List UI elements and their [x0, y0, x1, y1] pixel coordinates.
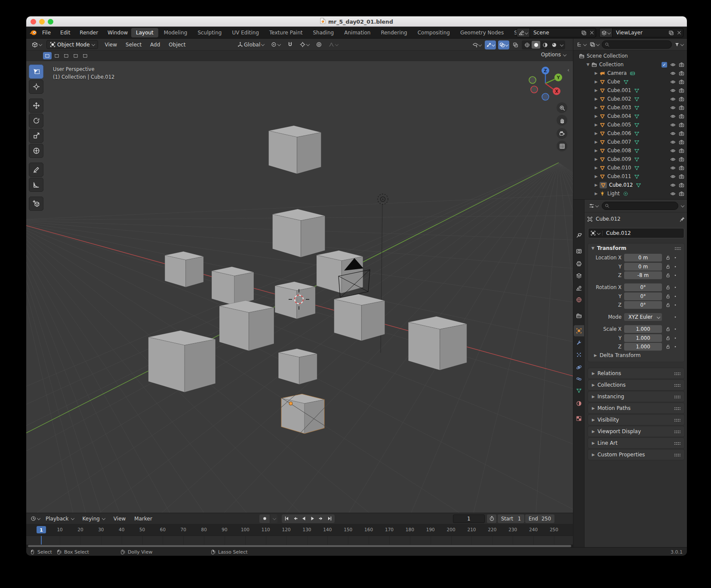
editor-type-button[interactable]: [30, 42, 44, 48]
select-mode-intersect-button[interactable]: [81, 52, 89, 59]
outliner-item-label[interactable]: Cube.011: [607, 173, 631, 179]
disable-render-icon[interactable]: [679, 157, 684, 162]
workspace-tab-sculpting[interactable]: Sculpting: [193, 28, 226, 37]
cursor-tool-button[interactable]: [29, 80, 43, 94]
outliner-row-cube-011[interactable]: ▶Cube.011: [573, 172, 687, 181]
workspace-tab-rendering[interactable]: Rendering: [376, 28, 412, 37]
properties-tab-physics[interactable]: [574, 362, 584, 373]
panel-visibility[interactable]: ▶Visibility: [588, 415, 684, 425]
viewlayer-browse-button[interactable]: [600, 28, 613, 37]
properties-tab-world[interactable]: [574, 294, 584, 305]
outliner-filter-button[interactable]: [674, 42, 684, 47]
lock-open-icon[interactable]: [664, 294, 672, 299]
lock-open-icon[interactable]: [664, 255, 672, 260]
viewport-menu-object[interactable]: Object: [164, 42, 190, 48]
unlink-scene-icon[interactable]: [588, 30, 596, 35]
animate-property-dot[interactable]: [672, 265, 678, 269]
properties-filter-dropdown[interactable]: [681, 204, 684, 207]
disable-render-icon[interactable]: [679, 71, 684, 76]
disable-render-icon[interactable]: [679, 174, 684, 179]
workspace-tab-animation[interactable]: Animation: [339, 28, 375, 37]
topbar-menu-edit[interactable]: Edit: [55, 30, 75, 36]
topbar-menu-file[interactable]: File: [37, 30, 55, 36]
properties-tab-constraints[interactable]: [574, 373, 584, 385]
animate-property-dot[interactable]: [672, 273, 678, 277]
outliner-row-cube-012[interactable]: ▶Cube.012: [573, 181, 687, 189]
hide-eye-icon[interactable]: [670, 114, 676, 119]
frame-start-field[interactable]: Start1: [498, 514, 524, 523]
hide-eye-icon[interactable]: [670, 62, 676, 68]
scene-name[interactable]: Scene: [530, 30, 580, 36]
panel-drag-handle[interactable]: [674, 247, 681, 250]
expand-icon[interactable]: ▶: [594, 148, 598, 153]
disable-render-icon[interactable]: [679, 131, 684, 136]
lock-open-icon[interactable]: [664, 273, 672, 278]
workspace-tab-modeling[interactable]: Modeling: [159, 28, 192, 37]
value-field[interactable]: 0 m: [624, 254, 662, 262]
animate-property-dot[interactable]: [672, 315, 678, 319]
show-visibility-dropdown[interactable]: [471, 40, 483, 49]
viewport-3d[interactable]: User Perspective (1) Collection | Cube.0…: [26, 39, 573, 513]
scene-canvas[interactable]: [26, 39, 573, 513]
lock-open-icon[interactable]: [664, 326, 672, 332]
animate-property-dot[interactable]: [672, 294, 678, 299]
workspace-tab-texture-paint[interactable]: Texture Paint: [265, 28, 307, 37]
expand-icon[interactable]: ▶: [594, 174, 598, 179]
expand-icon[interactable]: ▶: [594, 105, 598, 110]
disable-render-icon[interactable]: [679, 62, 684, 68]
outliner-search-input[interactable]: [602, 40, 672, 49]
panel-drag-handle[interactable]: [674, 442, 680, 445]
play-reverse-button[interactable]: [300, 515, 308, 522]
topbar-menu-render[interactable]: Render: [75, 30, 103, 36]
outliner-item-label[interactable]: Cube.003: [607, 105, 631, 111]
timeline-menu-playback[interactable]: Playback: [41, 516, 78, 522]
panel-drag-handle[interactable]: [674, 384, 680, 387]
annotate-tool-button[interactable]: [29, 163, 43, 177]
timeline-menu-keying[interactable]: Keying: [78, 516, 109, 522]
properties-tab-texture[interactable]: [574, 413, 584, 424]
select-box-tool-button[interactable]: [29, 65, 43, 79]
animate-property-dot[interactable]: [672, 345, 678, 349]
hide-eye-icon[interactable]: [670, 96, 676, 102]
delta-transform-panel[interactable]: ▶Delta Transform: [588, 351, 684, 359]
scene-selector[interactable]: Scene: [517, 28, 596, 37]
gizmos-toggle[interactable]: [485, 40, 496, 49]
animate-property-dot[interactable]: [672, 256, 678, 260]
expand-icon[interactable]: ▶: [594, 183, 598, 187]
hide-eye-icon[interactable]: [670, 105, 676, 111]
outliner-item-label[interactable]: Cube.009: [607, 156, 631, 162]
pivot-dropdown[interactable]: [269, 42, 283, 47]
measure-tool-button[interactable]: [29, 178, 43, 192]
new-viewlayer-icon[interactable]: [667, 30, 675, 36]
transform-tool-button[interactable]: [29, 144, 43, 158]
properties-tab-scene[interactable]: [574, 283, 584, 294]
overlays-toggle[interactable]: [498, 40, 509, 49]
auto-keying-toggle[interactable]: [259, 514, 270, 523]
outliner-item-label[interactable]: Cube.012: [609, 182, 633, 188]
viewport-menu-select[interactable]: Select: [121, 42, 146, 48]
select-mode-invert-button[interactable]: [71, 52, 80, 59]
lock-open-icon[interactable]: [664, 285, 672, 290]
outliner-row-cube-001[interactable]: ▶Cube.001: [573, 86, 687, 95]
zoom-button[interactable]: [557, 102, 567, 113]
options-dropdown[interactable]: Options: [541, 52, 566, 58]
animate-property-dot[interactable]: [672, 327, 678, 331]
timeline-menu-marker[interactable]: Marker: [130, 516, 156, 522]
outliner-item-label[interactable]: Cube.001: [607, 87, 631, 93]
hide-eye-icon[interactable]: [670, 148, 676, 154]
disable-render-icon[interactable]: [679, 114, 684, 119]
expand-icon[interactable]: ▶: [594, 97, 598, 101]
expand-icon[interactable]: ▶: [594, 71, 598, 75]
topbar-menu-window[interactable]: Window: [103, 30, 132, 36]
transform-panel-header[interactable]: ▼Transform: [588, 243, 684, 253]
timeline-ruler[interactable]: 1102030405060708090100110120130140150160…: [26, 524, 573, 536]
hide-eye-icon[interactable]: [670, 174, 676, 179]
expand-icon[interactable]: ▶: [594, 131, 598, 135]
properties-editor-type-button[interactable]: [588, 203, 599, 209]
disable-render-icon[interactable]: [679, 79, 684, 85]
panel-drag-handle[interactable]: [674, 395, 680, 398]
disable-render-icon[interactable]: [679, 88, 684, 93]
falloff-dropdown[interactable]: [326, 42, 340, 47]
properties-tab-modifier[interactable]: [574, 337, 584, 348]
hide-eye-icon[interactable]: [670, 131, 676, 136]
